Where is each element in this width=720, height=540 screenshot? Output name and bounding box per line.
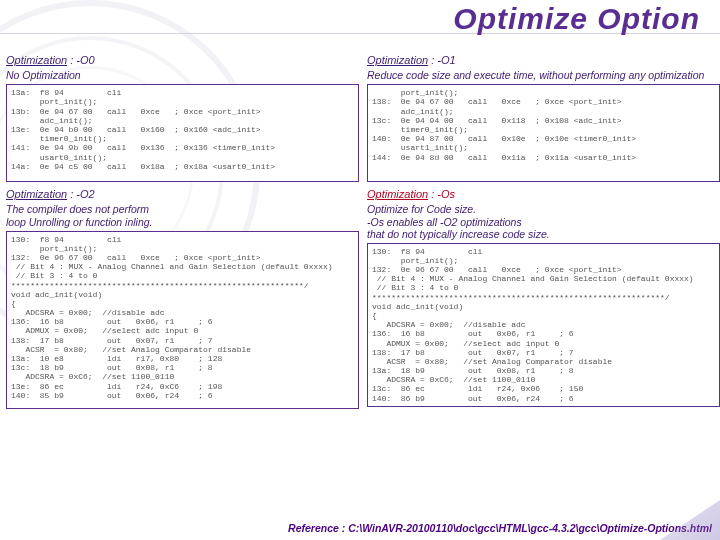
- section-o2: Optimization : -O2 The compiler does not…: [6, 188, 359, 408]
- row-1: Optimization : -O0 No Optimization 13a: …: [6, 54, 720, 182]
- o2-desc: The compiler does not perform loop Unrol…: [6, 203, 359, 227]
- section-o0: Optimization : -O0 No Optimization 13a: …: [6, 54, 359, 182]
- os-desc: Optimize for Code size. -Os enables all …: [367, 203, 720, 239]
- o0-heading: Optimization : -O0: [6, 54, 359, 67]
- os-heading: Optimization : -Os: [367, 188, 720, 201]
- o0-code: 13a: f8 94 cli port_init(); 13b: 0e 94 6…: [6, 84, 359, 182]
- o0-label: Optimization: [6, 54, 67, 66]
- o2-code: 130: f8 94 cli port_init(); 132: 0e 96 6…: [6, 231, 359, 409]
- section-os: Optimization : -Os Optimize for Code siz…: [367, 188, 720, 408]
- o1-code: port_init(); 138: 0e 94 67 00 call 0xce …: [367, 84, 720, 182]
- o1-heading: Optimization : -O1: [367, 54, 720, 67]
- main-content: Optimization : -O0 No Optimization 13a: …: [6, 54, 720, 415]
- o2-flag: : -O2: [70, 188, 94, 200]
- os-label: Optimization: [367, 188, 428, 200]
- o1-label: Optimization: [367, 54, 428, 66]
- reference-footer: Reference : C:\WinAVR-20100110\doc\gcc\H…: [0, 522, 712, 534]
- os-code: 130: f8 94 cli port_init(); 132: 0e 96 6…: [367, 243, 720, 407]
- row-2: Optimization : -O2 The compiler does not…: [6, 188, 720, 408]
- o0-flag: : -O0: [70, 54, 94, 66]
- section-o1: Optimization : -O1 Reduce code size and …: [367, 54, 720, 182]
- o1-flag: : -O1: [431, 54, 455, 66]
- os-flag: : -Os: [431, 188, 455, 200]
- page-title: Optimize Option: [453, 2, 700, 36]
- o0-desc: No Optimization: [6, 69, 359, 81]
- corner-decoration: [660, 500, 720, 540]
- o2-heading: Optimization : -O2: [6, 188, 359, 201]
- o1-desc: Reduce code size and execute time, witho…: [367, 69, 720, 81]
- o2-label: Optimization: [6, 188, 67, 200]
